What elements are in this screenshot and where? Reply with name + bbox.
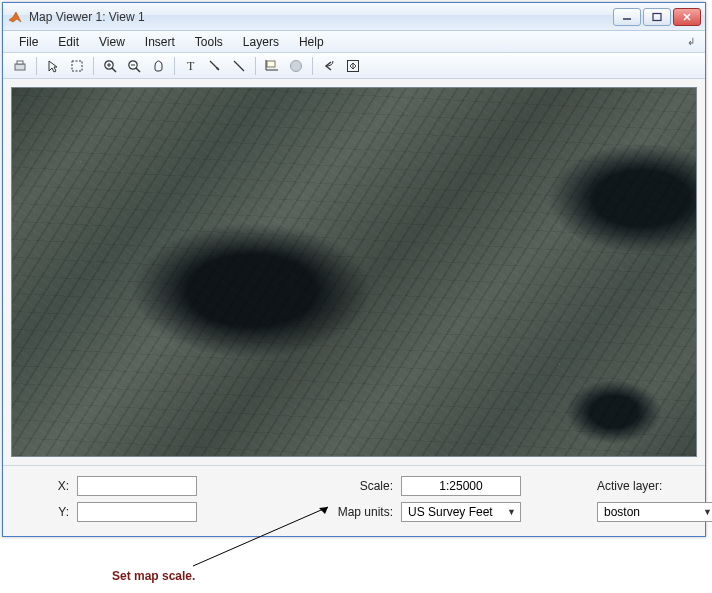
menu-edit[interactable]: Edit [48, 33, 89, 51]
x-label: X: [19, 479, 69, 493]
menu-help[interactable]: Help [289, 33, 334, 51]
x-field[interactable] [77, 476, 197, 496]
titlebar: Map Viewer 1: View 1 [3, 3, 705, 31]
window-title: Map Viewer 1: View 1 [29, 10, 613, 24]
y-label: Y: [19, 505, 69, 519]
insert-text-icon[interactable]: T [180, 55, 202, 77]
svg-point-18 [291, 60, 302, 71]
matlab-app-icon [7, 9, 23, 25]
window-controls [613, 8, 701, 26]
active-layer-combo[interactable]: boston ▼ [597, 502, 712, 522]
chevron-down-icon: ▼ [703, 507, 712, 517]
svg-rect-3 [17, 61, 23, 64]
menu-layers[interactable]: Layers [233, 33, 289, 51]
fit-to-window-icon[interactable] [342, 55, 364, 77]
back-icon[interactable] [318, 55, 340, 77]
pan-icon[interactable] [147, 55, 169, 77]
maximize-button[interactable] [643, 8, 671, 26]
active-layer-value: boston [604, 505, 640, 519]
select-arrow-icon[interactable] [42, 55, 64, 77]
minimize-button[interactable] [613, 8, 641, 26]
menubar-overflow-icon[interactable]: ↲ [687, 36, 699, 47]
map-units-value: US Survey Feet [408, 505, 493, 519]
print-icon[interactable] [9, 55, 31, 77]
menu-insert[interactable]: Insert [135, 33, 185, 51]
close-button[interactable] [673, 8, 701, 26]
svg-rect-15 [267, 61, 275, 67]
svg-line-20 [193, 507, 328, 566]
svg-rect-1 [653, 13, 661, 20]
svg-line-14 [234, 61, 244, 71]
svg-line-10 [136, 68, 140, 72]
svg-rect-2 [15, 64, 25, 70]
scale-field[interactable] [401, 476, 521, 496]
svg-line-6 [112, 68, 116, 72]
menu-file[interactable]: File [9, 33, 48, 51]
svg-text:T: T [187, 59, 195, 73]
menu-tools[interactable]: Tools [185, 33, 233, 51]
info-icon[interactable] [285, 55, 307, 77]
annotation-text: Set map scale. [112, 569, 195, 583]
select-area-icon[interactable] [66, 55, 88, 77]
map-area [3, 79, 705, 465]
chevron-down-icon: ▼ [507, 507, 516, 517]
annotation-callout: Set map scale. [0, 539, 712, 589]
datatip-icon[interactable] [261, 55, 283, 77]
menubar: File Edit View Insert Tools Layers Help … [3, 31, 705, 53]
svg-rect-4 [72, 61, 82, 71]
status-panel: X: Scale: Active layer: Y: Map units: US… [3, 465, 705, 536]
y-field[interactable] [77, 502, 197, 522]
active-layer-label: Active layer: [597, 479, 712, 493]
insert-line-icon[interactable] [228, 55, 250, 77]
app-window: Map Viewer 1: View 1 File Edit View Inse… [2, 2, 706, 537]
map-canvas[interactable] [11, 87, 697, 457]
insert-arrow-icon[interactable] [204, 55, 226, 77]
scale-label: Scale: [283, 479, 393, 493]
menu-view[interactable]: View [89, 33, 135, 51]
toolbar: T [3, 53, 705, 79]
zoom-out-icon[interactable] [123, 55, 145, 77]
zoom-in-icon[interactable] [99, 55, 121, 77]
map-units-combo[interactable]: US Survey Feet ▼ [401, 502, 521, 522]
